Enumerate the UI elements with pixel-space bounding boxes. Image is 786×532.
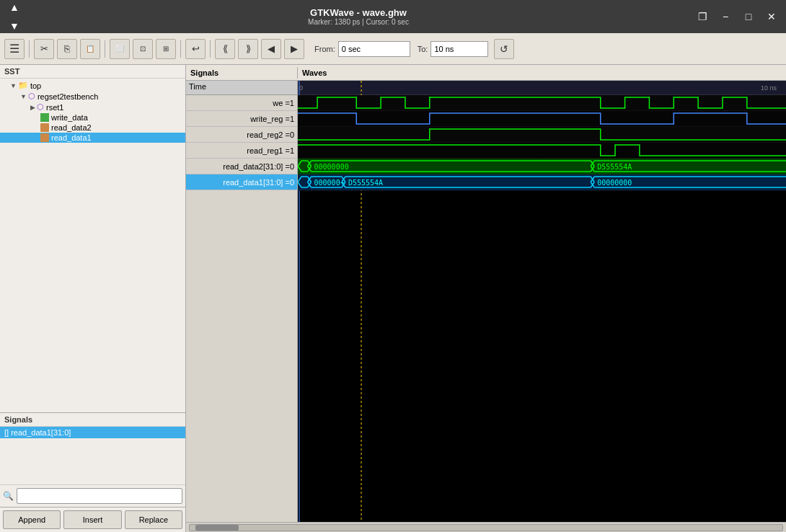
- sst-header: SST: [0, 65, 185, 79]
- undo-btn[interactable]: ↩: [185, 39, 206, 59]
- tree-label-read-data1: read_data1: [51, 133, 92, 142]
- sst-tree[interactable]: ▼ 📁 top ▼ ⬡ regset2testbench ▶ ⬡ rset1: [0, 79, 185, 412]
- replace-button[interactable]: Replace: [125, 510, 182, 529]
- signals-list[interactable]: [] read_data1[31:0]: [0, 427, 185, 484]
- tree-arrow-regset: ▼: [20, 93, 27, 100]
- h-scrollbar[interactable]: [186, 522, 786, 532]
- tree-item-rset1[interactable]: ▶ ⬡ rset1: [0, 102, 185, 112]
- title-bar: ▲ ▼ GTKWave - wave.ghw Marker: 1380 ps |…: [0, 0, 786, 33]
- scroll-down-btn[interactable]: ▼: [6, 17, 23, 35]
- toolbar-sep-2: [105, 40, 105, 58]
- select-all-btn[interactable]: ⬜: [110, 39, 130, 59]
- tree-label-read-data2: read_data2: [51, 123, 92, 132]
- restore-btn[interactable]: ❐: [694, 8, 711, 25]
- append-button[interactable]: Append: [3, 510, 61, 529]
- tree-item-top[interactable]: ▼ 📁 top: [0, 80, 185, 91]
- scroll-up-btn[interactable]: ▲: [6, 0, 23, 16]
- tree-arrow-top: ▼: [10, 82, 17, 89]
- waveform-area[interactable]: [298, 81, 786, 522]
- signals-header: Signals: [0, 413, 185, 427]
- search-input[interactable]: [17, 488, 182, 504]
- title-bar-left: ▲ ▼: [6, 0, 23, 35]
- fast-forward-btn[interactable]: ⟫: [238, 39, 258, 59]
- tree-arrow-rset1: ▶: [30, 104, 35, 111]
- toolbar: ☰ ✂ ⎘ 📋 ⬜ ⊡ ⊞ ↩ ⟪ ⟫ ◀ ▶ From: To: ↺: [0, 33, 786, 65]
- prev-btn[interactable]: ◀: [261, 39, 281, 59]
- app-title: GTKWave - wave.ghw: [310, 7, 407, 18]
- sst-section: SST ▼ 📁 top ▼ ⬡ regset2testbench ▶: [0, 65, 185, 412]
- bus-icon-read-data2: [40, 123, 49, 132]
- signals-section: Signals [] read_data1[31:0]: [0, 412, 185, 484]
- close-btn[interactable]: ✕: [763, 8, 780, 25]
- wave-body: Time we =1 write_reg =1 read_reg2 =0 rea…: [186, 81, 786, 522]
- maximize-btn[interactable]: □: [740, 8, 757, 25]
- from-to-group: From: To:: [310, 41, 488, 57]
- toolbar-sep-3: [180, 40, 181, 58]
- waves-col-header: Waves: [298, 67, 786, 79]
- wave-container: Signals Waves Time we =1 write_: [186, 65, 786, 532]
- folder-icon-top: 📁: [18, 81, 28, 90]
- main-area: SST ▼ 📁 top ▼ ⬡ regset2testbench ▶: [0, 65, 786, 532]
- zoom-fit-btn[interactable]: ⊡: [133, 39, 153, 59]
- paste-btn[interactable]: 📋: [80, 39, 100, 59]
- waveform-canvas: [298, 81, 786, 522]
- signal-item-read-data1[interactable]: [] read_data1[31:0]: [0, 427, 185, 438]
- to-label: To:: [418, 45, 428, 53]
- bottom-buttons: Append Insert Replace: [0, 507, 185, 532]
- tree-item-regset2testbench[interactable]: ▼ ⬡ regset2testbench: [0, 91, 185, 102]
- toolbar-sep-4: [210, 40, 211, 58]
- tree-label-regset: regset2testbench: [37, 92, 98, 101]
- title-bar-controls: ❐ − □ ✕: [694, 8, 780, 25]
- zoom-select-btn[interactable]: ⊞: [156, 39, 176, 59]
- tree-label-top: top: [30, 81, 41, 90]
- signal-names-column: Time we =1 write_reg =1 read_reg2 =0 rea…: [186, 81, 298, 522]
- tree-label-write-data: write_data: [51, 113, 88, 122]
- signals-col-header: Signals: [186, 67, 298, 79]
- right-panel: Signals Waves Time we =1 write_: [186, 65, 786, 532]
- first-btn[interactable]: ⟪: [215, 39, 235, 59]
- toolbar-sep-1: [29, 40, 30, 58]
- title-bar-center: GTKWave - wave.ghw Marker: 1380 ps | Cur…: [23, 7, 694, 26]
- left-panel: SST ▼ 📁 top ▼ ⬡ regset2testbench ▶: [0, 65, 186, 532]
- signal-row-read-reg1: read_reg1 =1: [186, 143, 297, 159]
- next-btn[interactable]: ▶: [284, 39, 304, 59]
- module-icon-rset1: ⬡: [37, 102, 44, 112]
- search-icon: 🔍: [3, 491, 14, 501]
- from-label: From:: [314, 45, 335, 53]
- tree-label-rset1: rset1: [46, 103, 63, 112]
- signal-row-read-data1: read_data1[31:0] =0: [186, 174, 297, 190]
- tree-item-read-data2[interactable]: read_data2: [0, 123, 185, 133]
- tree-item-read-data1[interactable]: read_data1: [0, 133, 185, 143]
- minimize-btn[interactable]: −: [717, 8, 734, 25]
- signal-icon-write-data: [40, 113, 49, 122]
- to-input[interactable]: [430, 41, 488, 57]
- app-subtitle: Marker: 1380 ps | Cursor: 0 sec: [308, 18, 409, 26]
- signal-row-read-reg2: read_reg2 =0: [186, 127, 297, 143]
- wave-headers: Signals Waves: [186, 65, 786, 81]
- module-icon-regset: ⬡: [28, 92, 35, 101]
- tree-item-write-data[interactable]: write_data: [0, 112, 185, 123]
- reload-btn[interactable]: ↺: [494, 39, 514, 59]
- signal-row-read-data2: read_data2[31:0] =0: [186, 159, 297, 174]
- search-bar: 🔍: [0, 484, 185, 507]
- scrollbar-thumb[interactable]: [195, 525, 239, 531]
- bus-icon-read-data1: [40, 133, 49, 142]
- signal-row-write-reg: write_reg =1: [186, 111, 297, 127]
- menu-btn[interactable]: ☰: [4, 39, 25, 59]
- copy-btn[interactable]: ⎘: [57, 39, 77, 59]
- signal-row-we: we =1: [186, 95, 297, 111]
- cut-btn[interactable]: ✂: [34, 39, 54, 59]
- insert-button[interactable]: Insert: [63, 510, 121, 529]
- time-label: Time: [186, 81, 297, 95]
- from-input[interactable]: [338, 41, 410, 57]
